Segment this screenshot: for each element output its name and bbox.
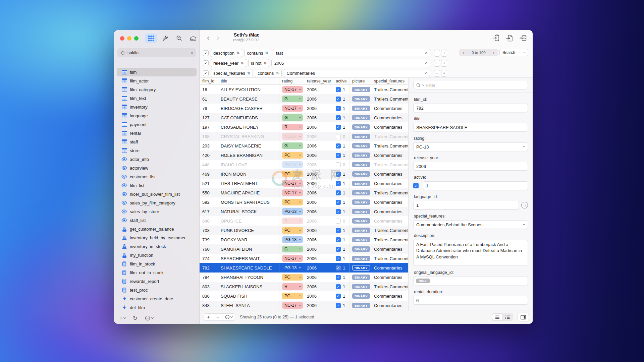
sidebar-item-film_not_in_stock[interactable]: film_not_in_stock <box>117 268 197 277</box>
rating-select[interactable]: PG-13 <box>282 236 303 243</box>
active-checkbox[interactable]: ✓ <box>336 106 341 111</box>
field-select-rating[interactable]: PG-13 <box>413 142 528 151</box>
sidebar-more-button[interactable] <box>145 315 153 321</box>
table-row[interactable]: 760SAMURAI LIONG2006✓1BINARYCommentaries <box>200 244 408 254</box>
clear-filter-icon[interactable]: × <box>424 71 427 76</box>
clear-search-icon[interactable]: × <box>191 50 193 56</box>
filter-enabled-checkbox[interactable]: ✓ <box>203 70 209 76</box>
console-button[interactable] <box>187 34 199 43</box>
sidebar-item-film_in_stock[interactable]: film_in_stock <box>117 259 197 268</box>
column-header-title[interactable]: title <box>218 78 279 84</box>
sidebar-item-store[interactable]: store <box>117 146 197 155</box>
active-checkbox[interactable]: ✓ <box>336 219 341 224</box>
table-row[interactable]: 16ALLEY EVOLUTIONNC-172006✓1BINARYTraile… <box>200 85 408 94</box>
rating-select[interactable]: PG-13 <box>282 264 303 271</box>
rating-select[interactable]: NC-17 <box>282 105 303 112</box>
field-input-active[interactable]: 1 <box>423 181 528 190</box>
field-input-release_year[interactable]: 2006 <box>413 162 528 171</box>
table-row[interactable]: 843STEEL SANTANC-172006✓1BINARYCommentar… <box>200 301 408 310</box>
rating-select[interactable]: PG <box>282 293 303 299</box>
active-checkbox[interactable]: ✓ <box>336 115 341 120</box>
table-row[interactable]: 774SEARCHERS WAITNC-172006✓1BINARYTraile… <box>200 254 408 263</box>
column-header-rating[interactable]: rating <box>279 78 304 84</box>
active-checkbox[interactable]: ✓ <box>336 294 341 299</box>
rating-select[interactable]: G <box>282 96 303 102</box>
import-clipboard-button[interactable] <box>492 34 500 42</box>
rating-select[interactable]: NC-17 <box>282 133 303 140</box>
table-row[interactable]: 640OPUS ICER2006✓0BINARYCommentaries <box>200 216 408 226</box>
field-input-rental_duration[interactable]: 6 <box>413 296 528 305</box>
table-row[interactable]: 617NATURAL STOCKPG-132006✓1BINARYComment… <box>200 207 408 216</box>
filter-value-input[interactable]: 2005× <box>271 59 430 67</box>
open-foreign-key-button[interactable]: → <box>521 202 528 208</box>
active-checkbox[interactable]: ✓ <box>336 190 341 195</box>
sidebar-item-nicer_but_slower_film_list[interactable]: nicer_but_slower_film_list <box>117 190 197 198</box>
table-row[interactable]: 784SHANGHAI TYCOONPG2006✓1BINARYCommenta… <box>200 273 408 282</box>
filter-value-input[interactable]: fast× <box>273 49 430 57</box>
sidebar-item-language[interactable]: language <box>117 111 197 120</box>
close-window-button[interactable] <box>120 36 124 41</box>
rating-select[interactable]: R <box>282 218 303 224</box>
sidebar-item-customer_create_date[interactable]: customer_create_date <box>117 294 197 303</box>
rating-select[interactable]: G <box>282 114 303 121</box>
sidebar-item-actorview[interactable]: actorview <box>117 164 197 172</box>
active-checkbox[interactable]: ✓ <box>336 172 341 177</box>
filter-field-select[interactable]: description⇅ <box>211 49 242 57</box>
rating-select[interactable]: NC-17 <box>282 86 303 93</box>
column-header-active[interactable]: active <box>333 78 350 84</box>
field-checkbox-active[interactable]: ✓ <box>413 183 419 188</box>
active-checkbox[interactable]: ✓ <box>336 247 341 252</box>
active-checkbox[interactable]: ✓ <box>336 256 341 261</box>
add-filter-button[interactable]: + <box>441 50 447 57</box>
filter-field-select[interactable]: release_year⇅ <box>211 59 246 67</box>
sidebar-item-staff_list[interactable]: staff_list <box>117 216 197 225</box>
sidebar-item-inventory_held_by_customer[interactable]: inventory_held_by_customer <box>117 233 197 242</box>
active-checkbox[interactable]: ✓ <box>336 275 341 280</box>
remove-filter-button[interactable]: − <box>434 50 440 57</box>
table-row[interactable]: 803SLACKER LIAISONSR2006✓1BINARYTrailers… <box>200 282 408 291</box>
sidebar-item-film_actor[interactable]: film_actor <box>117 76 197 85</box>
remove-filter-button[interactable]: − <box>434 60 440 67</box>
rating-select[interactable]: PG-13 <box>282 208 303 215</box>
column-header-film_id[interactable]: film_id <box>200 78 218 84</box>
rating-select[interactable]: NC-17 <box>282 180 303 187</box>
rating-select[interactable]: NC-17 <box>282 255 303 262</box>
detail-filter-input[interactable]: Filter <box>413 81 528 89</box>
add-filter-button[interactable]: + <box>441 60 447 67</box>
row-more-button[interactable] <box>222 314 235 320</box>
table-row[interactable]: 420HOLES BRANNIGANPG2006✓1BINARYCommenta… <box>200 150 408 160</box>
table-row[interactable]: 448IDAHO LOVEPG-132006✓0BINARYTrailers,C… <box>200 160 408 169</box>
sidebar-item-actor_info[interactable]: actor_info <box>117 155 197 164</box>
tools-button[interactable] <box>159 34 171 43</box>
field-input-title[interactable]: SHAKESPEARE SADDLE <box>413 123 528 132</box>
active-checkbox[interactable]: ✓ <box>336 209 341 214</box>
delete-row-button[interactable]: − <box>213 314 222 320</box>
column-header-special_features[interactable]: special_features <box>371 78 408 84</box>
export-file-button[interactable] <box>506 34 514 42</box>
remove-filter-button[interactable]: − <box>434 70 440 77</box>
active-checkbox[interactable]: ✓ <box>336 153 341 158</box>
rating-select[interactable]: PG <box>282 199 303 205</box>
table-row[interactable]: 521LIES TREATMENTNC-172006✓1BINARYCommen… <box>200 179 408 188</box>
table-row[interactable]: 198CRYSTAL BREAKINGNC-172006✓0BINARYTrai… <box>200 132 408 141</box>
table-row[interactable]: 469IRON MOONPG2006✓1BINARYCommentaries <box>200 169 408 179</box>
sidebar-item-test_proc[interactable]: test_proc <box>117 286 197 294</box>
sidebar-item-film[interactable]: film <box>117 68 197 76</box>
table-row[interactable]: 550MAGUIRE APACHENC-172006✓1BINARYTraile… <box>200 188 408 197</box>
sidebar-item-sales_by_film_category[interactable]: sales_by_film_category <box>117 198 197 207</box>
table-row[interactable]: 61BEAUTY GREASEG2006✓1BINARYTrailers,Com… <box>200 94 408 104</box>
filter-enabled-checkbox[interactable]: ✓ <box>203 50 209 56</box>
minimize-window-button[interactable] <box>127 36 131 41</box>
sidebar-item-my_function[interactable]: my_function <box>117 251 197 259</box>
field-input-language_id[interactable]: 1 <box>413 201 519 209</box>
grid-view-button[interactable] <box>145 34 157 43</box>
refresh-button[interactable]: ↻ <box>133 315 137 321</box>
grid-view-mode-button[interactable] <box>492 314 502 320</box>
rating-select[interactable]: NC-17 <box>282 189 303 196</box>
mode-select[interactable]: Search <box>499 49 528 56</box>
active-checkbox[interactable]: ✓ <box>336 237 341 242</box>
active-checkbox[interactable]: ✓ <box>336 181 341 186</box>
table-row[interactable]: 739ROCKY WARPG-132006✓1BINARYTrailers,Co… <box>200 235 408 244</box>
table-row[interactable]: 127CAT CONEHEADSG2006✓1BINARYCommentarie… <box>200 113 408 122</box>
sidebar-item-rewards_report[interactable]: rewards_report <box>117 277 197 286</box>
